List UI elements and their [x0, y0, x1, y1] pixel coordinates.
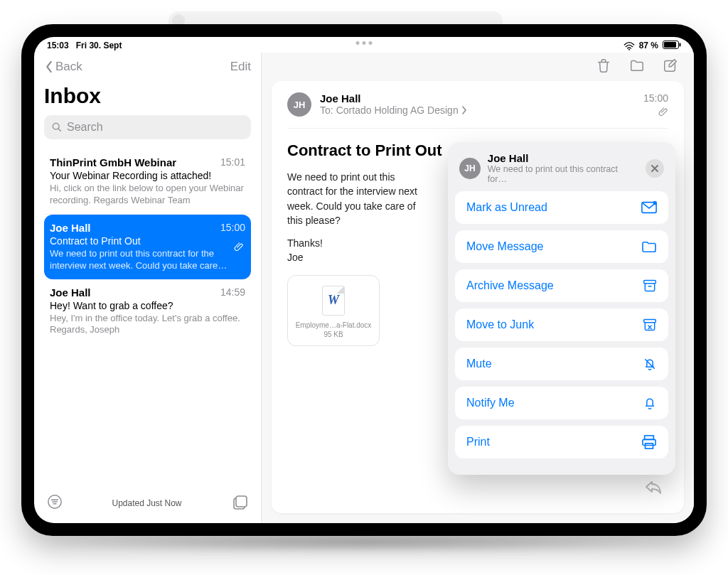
- status-bar: 15:03 Fri 30. Sept 87 %: [34, 37, 694, 53]
- archive-icon: [643, 279, 657, 293]
- attachment-name: Employme…a-Flat.docx: [294, 321, 373, 329]
- msg-time: 15:00: [220, 222, 245, 234]
- msg-sender: Joe Hall: [50, 222, 91, 234]
- sender-avatar[interactable]: JH: [287, 92, 311, 117]
- msg-subject: Your Webinar Recording is attached!: [50, 170, 245, 181]
- svg-rect-18: [643, 439, 655, 445]
- compose-new-button[interactable]: [663, 58, 678, 76]
- junk-icon: [643, 318, 657, 332]
- svg-line-5: [58, 129, 60, 131]
- folder-icon: [641, 240, 657, 253]
- action-print[interactable]: Print: [455, 426, 668, 458]
- msg-sender: ThinPrint GmbH Webinar: [50, 156, 176, 168]
- status-date: Fri 30. Sept: [76, 41, 122, 50]
- bell-icon: [643, 395, 657, 411]
- screen: 15:03 Fri 30. Sept 87 % Back Edit In: [34, 37, 694, 523]
- svg-rect-16: [644, 320, 656, 323]
- attachment[interactable]: W Employme…a-Flat.docx 95 KB: [287, 275, 380, 346]
- svg-point-0: [628, 48, 630, 50]
- msg-preview: We need to print out this contract for t…: [50, 248, 245, 272]
- battery-icon: [663, 41, 681, 51]
- message-item[interactable]: Joe Hall14:59 Hey! Want to grab a coffee…: [44, 279, 251, 344]
- svg-rect-19: [646, 444, 653, 448]
- envelope-icon: [641, 201, 657, 214]
- popover-avatar: JH: [459, 158, 481, 179]
- msg-preview: Hey, I'm in the office today. Let's grab…: [50, 313, 245, 337]
- reply-button[interactable]: [644, 479, 663, 498]
- page-title: Inbox: [44, 84, 251, 108]
- action-archive[interactable]: Archive Message: [455, 269, 668, 302]
- search-input[interactable]: Search: [44, 115, 251, 139]
- action-move[interactable]: Move Message: [455, 230, 668, 263]
- search-placeholder: Search: [67, 121, 103, 134]
- multitask-dots[interactable]: [356, 41, 373, 45]
- back-button[interactable]: Back: [44, 60, 82, 74]
- trash-button[interactable]: [596, 58, 611, 76]
- detail-toolbar: [262, 53, 694, 81]
- detail-time: 15:00: [643, 92, 668, 104]
- svg-rect-3: [680, 43, 681, 46]
- edit-button[interactable]: Edit: [230, 60, 251, 74]
- device-shadow: [28, 532, 700, 553]
- close-button[interactable]: [646, 159, 664, 178]
- updated-status: Updated Just Now: [112, 498, 181, 508]
- printer-icon: [641, 435, 657, 449]
- msg-time: 15:01: [220, 156, 245, 168]
- msg-sender: Joe Hall: [50, 286, 91, 299]
- mailbox-pane: Back Edit Inbox Search ThinPrint GmbH We…: [34, 53, 262, 523]
- message-item-selected[interactable]: Joe Hall15:00 Contract to Print Out We n…: [44, 215, 251, 279]
- status-right: 87 %: [623, 41, 681, 51]
- message-list: ThinPrint GmbH Webinar15:01 Your Webinar…: [44, 149, 251, 343]
- close-icon: [651, 164, 659, 173]
- bell-off-icon: [643, 356, 657, 372]
- filter-button[interactable]: [47, 494, 63, 512]
- search-icon: [51, 122, 63, 133]
- msg-subject: Contract to Print Out: [50, 235, 245, 247]
- battery-percent: 87 %: [639, 41, 658, 50]
- svg-rect-2: [664, 42, 676, 48]
- action-mute[interactable]: Mute: [455, 348, 668, 380]
- chevron-right-icon: [461, 106, 467, 114]
- status-left: 15:03 Fri 30. Sept: [47, 41, 122, 50]
- action-mark-unread[interactable]: Mark as Unread: [455, 191, 668, 224]
- ipad-frame: 15:03 Fri 30. Sept 87 % Back Edit In: [21, 24, 707, 536]
- back-label: Back: [55, 60, 82, 74]
- msg-preview: Hi, click on the link below to open your…: [50, 183, 245, 207]
- move-button[interactable]: [628, 58, 646, 76]
- popover-title: Joe Hall: [488, 152, 638, 164]
- attachment-size: 95 KB: [294, 331, 373, 338]
- paperclip-icon: [234, 242, 244, 254]
- word-doc-icon: W: [322, 286, 345, 316]
- svg-rect-15: [644, 281, 656, 284]
- wifi-icon: [623, 41, 635, 50]
- action-junk[interactable]: Move to Junk: [455, 308, 668, 341]
- msg-time: 14:59: [220, 286, 245, 299]
- action-notify[interactable]: Notify Me: [455, 387, 668, 419]
- popover-subtitle: We need to print out this contract for…: [488, 164, 638, 184]
- chevron-left-icon: [44, 60, 54, 73]
- svg-point-14: [653, 201, 658, 205]
- msg-subject: Hey! Want to grab a coffee?: [50, 300, 245, 311]
- detail-recipient[interactable]: To: Cortado Holding AG Design: [320, 104, 635, 116]
- compose-button[interactable]: [231, 493, 248, 513]
- message-item[interactable]: ThinPrint GmbH Webinar15:01 Your Webinar…: [44, 149, 251, 215]
- status-time: 15:03: [47, 41, 69, 50]
- paperclip-icon: [643, 107, 668, 119]
- detail-sender: Joe Hall: [320, 92, 635, 104]
- message-actions-popover: JH Joe Hall We need to print out this co…: [448, 142, 675, 475]
- svg-rect-11: [236, 496, 247, 507]
